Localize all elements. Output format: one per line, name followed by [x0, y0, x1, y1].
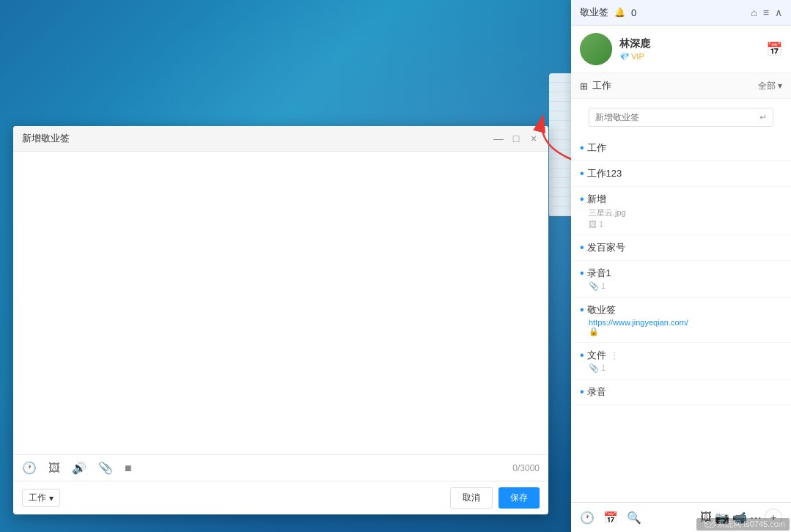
footer-left-icons: 🕐 📅 🔍 — [580, 511, 641, 525]
sidebar-tag-6[interactable]: 公司 — [549, 121, 571, 130]
dialog-title: 新增敬业签 — [22, 132, 70, 145]
note-label: 录音 — [587, 385, 606, 399]
note-dot: • — [580, 168, 584, 180]
all-link[interactable]: 全部 ▾ — [758, 80, 782, 92]
user-name: 林深鹿 — [619, 37, 650, 51]
save-button[interactable]: 保存 — [498, 487, 540, 509]
note-item-8[interactable]: • 录音 — [571, 380, 791, 405]
sidebar-tag-4[interactable]: 班会 — [549, 102, 571, 111]
note-label: 文件 — [587, 349, 606, 362]
cancel-button[interactable]: 取消 — [450, 487, 493, 509]
char-count: 0/3000 — [512, 463, 540, 473]
note-title-2: • 工作123 — [580, 167, 782, 180]
sidebar-tag-10[interactable]: 重要 — [549, 159, 571, 169]
dialog-controls: — □ × — [493, 133, 540, 144]
right-panel: 敬业签 🔔 0 ⌂ ≡ ∧ 林深鹿 💎 VIP — [571, 0, 791, 532]
sidebar-tag-8[interactable]: 紧急 — [549, 140, 571, 149]
category-select[interactable]: 工作 ▾ — [22, 489, 60, 507]
sidebar-tag-5[interactable]: 默认 — [549, 111, 571, 121]
note-meta-5: 📎 1 — [580, 281, 782, 291]
note-dot: • — [580, 242, 584, 254]
note-title-5: • 录音1 — [580, 267, 782, 280]
note-dot: • — [580, 267, 584, 279]
home-icon[interactable]: ⌂ — [751, 7, 757, 18]
footer-buttons: 取消 保存 — [450, 487, 540, 509]
avatar — [580, 33, 612, 65]
note-subtitle-3: 三星云.jpg — [580, 207, 782, 218]
note-lock-6: 🔒 — [580, 327, 782, 336]
desktop: 工作 工作 内容 班会 默认 公司 重要 紧急 不重 重要 笔记 朋友 开学 新… — [0, 0, 791, 532]
note-dot: • — [580, 386, 584, 398]
dropdown-icon: ▾ — [49, 493, 54, 503]
note-title-7: • 文件 ⋮ — [580, 349, 782, 362]
note-item-4[interactable]: • 发百家号 — [571, 235, 791, 261]
sidebar-tag-11[interactable]: 笔记 — [549, 169, 571, 178]
note-dot: • — [580, 304, 584, 316]
note-title-3: • 新增 — [580, 193, 782, 206]
sidebar-tag-15[interactable]: 生活 — [549, 207, 571, 216]
note-dot: • — [580, 193, 584, 205]
dialog-titlebar: 新增敬业签 — □ × — [13, 126, 548, 152]
sidebar-tags: 工作 工作 内容 班会 默认 公司 重要 紧急 不重 重要 笔记 朋友 开学 新… — [549, 73, 571, 216]
note-item-6[interactable]: • 敬业签 https://www.jingyeqian.com/ 🔒 — [571, 298, 791, 343]
clock-icon[interactable]: 🕐 — [22, 461, 37, 475]
note-label: 敬业签 — [587, 303, 616, 317]
footer-calendar-icon[interactable]: 📅 — [603, 511, 618, 525]
note-item-5[interactable]: • 录音1 📎 1 — [571, 261, 791, 298]
avatar-image — [580, 33, 612, 65]
sidebar-tag-7[interactable]: 重要 — [549, 130, 571, 140]
new-note-input[interactable] — [595, 112, 759, 122]
image-icon[interactable]: 🖼 — [48, 462, 60, 475]
note-item-7[interactable]: • 文件 ⋮ 📎 1 — [571, 343, 791, 380]
record-icon[interactable]: ■ — [125, 462, 132, 475]
app-title: 敬业签 — [580, 6, 608, 19]
attachment-icon[interactable]: 📎 — [98, 461, 113, 475]
sidebar-tag-14[interactable]: 新学 — [549, 197, 571, 207]
note-item-2[interactable]: • 工作123 — [571, 161, 791, 187]
vip-diamond: 💎 — [619, 52, 630, 62]
sidebar-tag-3[interactable]: 内容 — [549, 92, 571, 102]
note-title-6: • 敬业签 — [580, 303, 782, 317]
more-icon[interactable]: ⋮ — [609, 350, 619, 361]
sidebar-tag-1[interactable]: 工作 — [549, 73, 571, 83]
note-label: 发百家号 — [587, 241, 625, 254]
menu-icon[interactable]: ≡ — [763, 7, 769, 18]
footer-search-icon[interactable]: 🔍 — [627, 511, 641, 525]
work-section-label: 工作 — [592, 79, 611, 92]
note-item-3[interactable]: • 新增 三星云.jpg 🖼 1 — [571, 187, 791, 235]
calendar-button[interactable]: 📅 — [766, 41, 782, 57]
sidebar-tag-2[interactable]: 工作 — [549, 83, 571, 92]
bell-icon: 🔔 — [614, 7, 625, 18]
user-info: 林深鹿 💎 VIP — [580, 33, 650, 65]
minimize-button[interactable]: — — [493, 133, 504, 144]
note-title-4: • 发百家号 — [580, 241, 782, 254]
panel-header: 敬业签 🔔 0 ⌂ ≡ ∧ — [571, 0, 791, 26]
note-title-1: • 工作 — [580, 141, 782, 155]
work-title: ⊞ 工作 — [580, 79, 611, 92]
panel-header-icons: ⌂ ≡ ∧ — [751, 7, 782, 18]
notes-list: • 工作 • 工作123 • 新增 三星云.jpg 🖼 1 — [571, 136, 791, 502]
enter-icon[interactable]: ↵ — [759, 112, 767, 122]
note-textarea[interactable] — [22, 159, 540, 447]
sidebar-tag-13[interactable]: 开学 — [549, 188, 571, 197]
collapse-icon[interactable]: ∧ — [775, 7, 782, 18]
note-meta-3: 🖼 1 — [580, 220, 782, 229]
dialog-footer: 工作 ▾ 取消 保存 — [13, 481, 548, 514]
footer-clock-icon[interactable]: 🕐 — [580, 511, 595, 525]
audio-icon[interactable]: 🔊 — [72, 461, 87, 475]
watermark: 飞沙系统网 fs0745.com — [696, 518, 790, 531]
sidebar-tag-9[interactable]: 不重 — [549, 149, 571, 159]
new-note-bar[interactable]: ↵ — [589, 108, 773, 127]
note-label: 新增 — [587, 193, 606, 206]
note-dot: • — [580, 350, 584, 361]
new-note-bar-container: ↵ — [580, 103, 782, 131]
sidebar-tag-12[interactable]: 朋友 — [549, 178, 571, 188]
panel-header-title: 敬业签 🔔 0 — [580, 6, 636, 19]
note-url-6: https://www.jingyeqian.com/ — [580, 318, 782, 327]
note-item-1[interactable]: • 工作 — [571, 136, 791, 161]
note-label: 工作 — [587, 141, 606, 155]
vip-label: VIP — [631, 52, 644, 61]
maximize-button[interactable]: □ — [510, 133, 522, 144]
work-section-icon: ⊞ — [580, 81, 588, 92]
close-button[interactable]: × — [528, 133, 540, 144]
